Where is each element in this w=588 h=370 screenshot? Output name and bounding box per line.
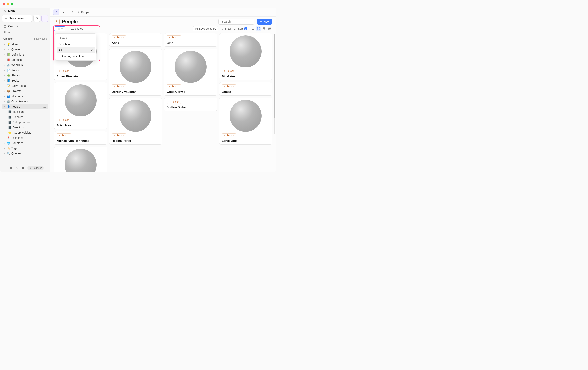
sidebar-collection-astrophysicists[interactable]: ⭐Astrophysicists [2, 130, 48, 135]
person-card[interactable]: PersonJames [219, 82, 273, 96]
sidebar-type-definitions[interactable]: ›📗Definitions [2, 52, 48, 57]
type-label: Sources [11, 58, 21, 61]
sidebar-type-locations[interactable]: ›📍Locations [2, 135, 48, 141]
sidebar-type-organizations[interactable]: ›🏢Organizations [2, 99, 48, 104]
person-card[interactable]: PersonGreta Gerwig [164, 49, 217, 96]
calendar-icon [3, 25, 7, 28]
type-badge: Person [112, 84, 126, 88]
type-icon: 📍 [7, 136, 10, 139]
collection-label: Scientist [13, 115, 23, 119]
svg-rect-19 [268, 28, 271, 30]
dropdown-search-input[interactable] [60, 36, 94, 39]
nav-back-button[interactable] [61, 9, 67, 15]
view-cards-button[interactable] [256, 26, 261, 31]
plan-badge[interactable]: Believer [27, 166, 43, 170]
calendar-nav-item[interactable]: Calendar [2, 23, 48, 29]
sidebar-collection-entrepreneurs[interactable]: 🗄️Entrepreneurs [2, 120, 48, 125]
sort-button[interactable]: Sort 1 [234, 27, 247, 30]
svg-point-33 [224, 135, 225, 135]
collection-icon: 🗄️ [8, 120, 11, 124]
new-type-button[interactable]: + New type [34, 37, 47, 40]
sidebar-type-projects[interactable]: ›📦Projects [2, 88, 48, 94]
person-card[interactable]: Person [54, 147, 107, 172]
fullscreen-window-button[interactable] [11, 3, 13, 5]
svg-point-21 [59, 70, 60, 71]
view-table-button[interactable] [267, 26, 272, 31]
sidebar-collection-scientist[interactable]: 🗄️Scientist [2, 114, 48, 120]
filter-button[interactable]: Filter [221, 27, 231, 30]
chevron-icon: › [3, 147, 6, 149]
space-switcher[interactable]: Main [2, 9, 48, 13]
page-search-input[interactable] [222, 20, 257, 23]
sync-button[interactable] [259, 9, 265, 15]
sidebar-type-sources[interactable]: ›📕Sources [2, 57, 48, 62]
settings-button[interactable] [3, 166, 7, 170]
person-icon [224, 85, 226, 87]
person-card[interactable]: PersonSteffen Bleher [164, 98, 217, 111]
sidebar-type-places[interactable]: ›✳️Places [2, 73, 48, 78]
dropdown-search-field[interactable] [57, 35, 95, 40]
person-card[interactable]: PersonBeth [164, 33, 217, 47]
avatar-image [119, 51, 151, 83]
sidebar-type-queries[interactable]: ›🔍Queries [2, 151, 48, 156]
scrollbar[interactable] [274, 34, 275, 134]
save-as-query-button[interactable]: Save as query [193, 26, 219, 31]
card-column: PersonAnnaPersonDorothy VaughanPersonReg… [109, 33, 162, 172]
sidebar-type-weblinks[interactable]: ›🔗Weblinks [2, 62, 48, 68]
person-card[interactable]: PersonBrian May [54, 82, 107, 129]
dropdown-item-not-in-any-collection[interactable]: Not in any collection [57, 53, 95, 59]
toggle-sidebar-list-button[interactable] [53, 9, 59, 15]
sidebar-type-countries[interactable]: ›🌐Countries [2, 141, 48, 146]
type-label: Queries [11, 152, 21, 155]
breadcrumb-label: People [81, 11, 90, 14]
type-badge: Person [167, 100, 181, 104]
collection-filter-chip[interactable]: All [54, 26, 65, 31]
sidebar-collection-musician[interactable]: 🗄️Musician [2, 109, 48, 114]
person-card[interactable]: PersonBill Gates [219, 33, 273, 80]
sidebar-type-quotes[interactable]: ›❝Quotes [2, 47, 48, 52]
sidebar-collection-directors[interactable]: 🗄️Directors [2, 125, 48, 130]
view-mode-switcher [250, 26, 272, 31]
person-card[interactable]: PersonRegina Porter [109, 98, 162, 145]
svg-rect-12 [259, 28, 259, 28]
account-button[interactable] [21, 166, 25, 170]
sidebar-ai-button[interactable] [41, 15, 48, 22]
type-icon: 🏷️ [7, 147, 10, 150]
breadcrumb[interactable]: People [77, 11, 90, 14]
dropdown-item-all[interactable]: All✓ [57, 47, 95, 53]
person-card[interactable]: PersonDorothy Vaughan [109, 49, 162, 96]
chevron-icon: › [3, 59, 6, 61]
type-icon: 📦 [7, 89, 10, 93]
person-card[interactable]: PersonSteve Jobs [219, 98, 273, 145]
keyboard-shortcuts-button[interactable] [9, 166, 13, 170]
sidebar-type-meetings[interactable]: ›👥Meetings [2, 94, 48, 99]
sidebar-search-button[interactable] [33, 15, 40, 22]
close-window-button[interactable] [3, 3, 5, 5]
new-content-button[interactable]: New content [2, 15, 32, 22]
page-search-field[interactable] [219, 19, 254, 25]
type-label: Daily Notes [11, 84, 26, 87]
type-badge: Person [112, 133, 126, 137]
view-list-button[interactable] [250, 26, 255, 31]
chevron-icon: › [3, 90, 6, 92]
svg-point-3 [22, 167, 23, 168]
person-card[interactable]: PersonAnna [109, 33, 162, 47]
card-avatar-wrap [167, 51, 215, 83]
sidebar-type-ideas[interactable]: ›💡Ideas [2, 42, 48, 47]
dropdown-item-dashboard[interactable]: Dashboard [57, 41, 95, 47]
type-label: Projects [11, 89, 21, 93]
sidebar-type-daily-notes[interactable]: ›📝Daily Notes [2, 83, 48, 88]
sidebar-type-books[interactable]: ›📘Books [2, 78, 48, 83]
sidebar-type-tags[interactable]: ›🏷️Tags [2, 146, 48, 151]
theme-toggle-button[interactable] [15, 166, 19, 170]
person-card[interactable]: PersonMichael von Hohnhost [54, 131, 107, 145]
view-grid-button[interactable] [262, 26, 267, 31]
scrollbar-thumb[interactable] [274, 34, 275, 118]
sidebar-type-people[interactable]: ▾👤People13 [2, 104, 48, 109]
more-menu-button[interactable] [267, 9, 273, 15]
minimize-window-button[interactable] [7, 3, 9, 5]
objects-section-header: Objects + New type [2, 35, 48, 42]
sidebar-type-pages[interactable]: ›📄Pages [2, 68, 48, 73]
new-entry-button[interactable]: New [257, 19, 272, 25]
nav-forward-button[interactable] [69, 9, 75, 15]
